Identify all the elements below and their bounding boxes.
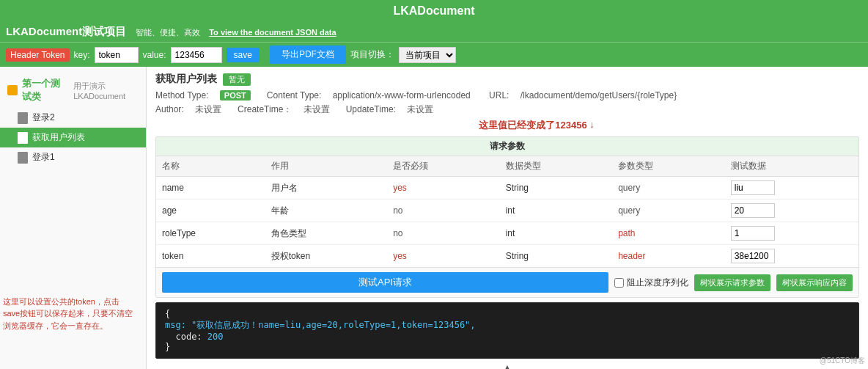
params-header: 请求参数 bbox=[156, 137, 858, 156]
update-time-value: 未设置 bbox=[407, 104, 433, 114]
table-row: token 授权token yes String header bbox=[156, 245, 858, 268]
create-time-label: CreateTime： bbox=[238, 104, 292, 114]
url-label: URL: bbox=[489, 90, 509, 101]
folder-icon bbox=[7, 85, 18, 95]
group-desc: 用于演示LKADocument bbox=[73, 81, 139, 101]
content-meta-2: Author: 未设置 CreateTime： 未设置 UpdateTime: … bbox=[155, 103, 859, 116]
doc-icon bbox=[18, 112, 28, 124]
param-datatype: int bbox=[500, 200, 613, 222]
token-label: Header Token bbox=[6, 48, 70, 62]
response-brace-close: } bbox=[165, 342, 850, 352]
th-paramtype: 参数类型 bbox=[612, 156, 725, 177]
content-title: 获取用户列表 暂无 bbox=[155, 73, 859, 86]
main-layout: 第一个测试类 用于演示LKADocument 登录2 获取用户列表 登录1 这里… bbox=[0, 67, 868, 369]
param-type: header bbox=[612, 245, 725, 268]
token-key-input[interactable] bbox=[95, 47, 139, 63]
content-type-label: Content Type: bbox=[267, 90, 322, 101]
method-type-label: Method Type: bbox=[155, 90, 209, 101]
sidebar-item-users[interactable]: 获取用户列表 bbox=[0, 128, 146, 147]
tree-request-button[interactable]: 树状展示请求参数 bbox=[694, 274, 770, 291]
param-required: yes bbox=[387, 177, 500, 200]
save-button[interactable]: save bbox=[227, 48, 260, 62]
top-banner: LKADocument bbox=[0, 0, 868, 22]
table-row: age 年龄 no int query bbox=[156, 200, 858, 222]
project-label: 项目切换： bbox=[350, 48, 394, 61]
param-desc: 角色类型 bbox=[265, 222, 387, 245]
author-value: 未设置 bbox=[195, 104, 221, 114]
test-input[interactable] bbox=[731, 203, 775, 218]
sidebar-group-header[interactable]: 第一个测试类 用于演示LKADocument bbox=[0, 73, 146, 108]
json-link[interactable]: To view the document JSON data bbox=[209, 28, 336, 37]
table-row: roleType 角色类型 no int path bbox=[156, 222, 858, 245]
value-label: value: bbox=[143, 50, 166, 60]
sidebar-item-login2[interactable]: 登录2 bbox=[0, 108, 146, 128]
token-row: Header Token key: value: save 导出PDF文档 项目… bbox=[0, 42, 868, 67]
test-input[interactable] bbox=[731, 249, 775, 263]
params-section: 请求参数 名称 作用 是否必须 数据类型 参数类型 测试数据 name 用户名 … bbox=[155, 136, 859, 298]
response-brace-open: { bbox=[165, 309, 850, 319]
param-name: roleType bbox=[156, 222, 265, 245]
stop-depth-checkbox[interactable] bbox=[614, 278, 624, 288]
create-time-value: 未设置 bbox=[304, 104, 330, 114]
param-name: name bbox=[156, 177, 265, 200]
test-api-button[interactable]: 测试API请求 bbox=[162, 272, 608, 293]
sidebar-item-label: 获取用户列表 bbox=[32, 131, 85, 144]
group-name: 第一个测试类 bbox=[22, 77, 66, 103]
table-row: name 用户名 yes String query bbox=[156, 177, 858, 200]
param-test-value[interactable] bbox=[725, 177, 858, 200]
param-required: yes bbox=[387, 245, 500, 268]
param-desc: 授权token bbox=[265, 245, 387, 268]
scroll-down-arrow: ▲ bbox=[155, 359, 859, 369]
test-btn-row: 测试API请求 阻止深度序列化 树状展示请求参数 树状展示响应内容 bbox=[156, 267, 858, 297]
doc-icon bbox=[18, 152, 28, 164]
annotation-arrow: 这里值已经变成了123456 ↓ bbox=[214, 119, 859, 132]
main-title: LKADocument测试项目 智能、便捷、高效 To view the doc… bbox=[6, 25, 336, 39]
test-input[interactable] bbox=[731, 180, 775, 195]
param-type: path bbox=[612, 222, 725, 245]
header-bar: LKADocument测试项目 智能、便捷、高效 To view the doc… bbox=[0, 22, 868, 42]
api-title: 获取用户列表 bbox=[155, 73, 217, 86]
project-select[interactable]: 当前项目 bbox=[399, 47, 456, 63]
param-name: age bbox=[156, 200, 265, 222]
param-type: query bbox=[612, 200, 725, 222]
param-datatype: String bbox=[500, 177, 613, 200]
param-test-value[interactable] bbox=[725, 222, 858, 245]
watermark: @51CTO博客 bbox=[820, 356, 865, 366]
param-required: no bbox=[387, 222, 500, 245]
export-pdf-button[interactable]: 导出PDF文档 bbox=[270, 45, 346, 64]
test-input[interactable] bbox=[731, 226, 775, 241]
th-testdata: 测试数据 bbox=[725, 156, 858, 177]
th-required: 是否必须 bbox=[387, 156, 500, 177]
banner-title: LKADocument bbox=[393, 4, 474, 17]
sidebar-item-label: 登录1 bbox=[32, 151, 55, 164]
edit-button[interactable]: 暂无 bbox=[223, 73, 251, 86]
title-section: LKADocument测试项目 智能、便捷、高效 To view the doc… bbox=[6, 25, 336, 39]
response-line2: code: 200 bbox=[165, 332, 850, 342]
sidebar-item-login1[interactable]: 登录1 bbox=[0, 147, 146, 167]
th-datatype: 数据类型 bbox=[500, 156, 613, 177]
params-table: 名称 作用 是否必须 数据类型 参数类型 测试数据 name 用户名 yes S… bbox=[156, 156, 858, 267]
param-datatype: int bbox=[500, 222, 613, 245]
param-test-value[interactable] bbox=[725, 245, 858, 268]
sidebar-item-label: 登录2 bbox=[32, 112, 55, 124]
content-meta-1: Method Type: POST Content Type: applicat… bbox=[155, 90, 859, 101]
key-label: key: bbox=[74, 50, 90, 60]
param-datatype: String bbox=[500, 245, 613, 268]
token-value-input[interactable] bbox=[171, 47, 222, 63]
content-type-value: application/x-www-form-urlencoded bbox=[333, 90, 471, 101]
param-test-value[interactable] bbox=[725, 200, 858, 222]
method-badge: POST bbox=[220, 90, 251, 101]
stop-depth-label[interactable]: 阻止深度序列化 bbox=[614, 277, 688, 289]
response-area: { msg: "获取信息成功！name=liu,age=20,roleType=… bbox=[155, 302, 859, 359]
response-line1: msg: "获取信息成功！name=liu,age=20,roleType=1,… bbox=[165, 319, 850, 332]
update-time-label: UpdateTime: bbox=[346, 104, 396, 114]
url-value: /lkadocument/demo/getUsers/{roleType} bbox=[521, 90, 677, 101]
param-name: token bbox=[156, 245, 265, 268]
param-type: query bbox=[612, 177, 725, 200]
tree-response-button[interactable]: 树状展示响应内容 bbox=[776, 274, 853, 291]
content-area: 获取用户列表 暂无 Method Type: POST Content Type… bbox=[147, 67, 868, 369]
param-desc: 用户名 bbox=[265, 177, 387, 200]
param-desc: 年龄 bbox=[265, 200, 387, 222]
sidebar: 第一个测试类 用于演示LKADocument 登录2 获取用户列表 登录1 这里… bbox=[0, 67, 147, 369]
th-name: 名称 bbox=[156, 156, 265, 177]
